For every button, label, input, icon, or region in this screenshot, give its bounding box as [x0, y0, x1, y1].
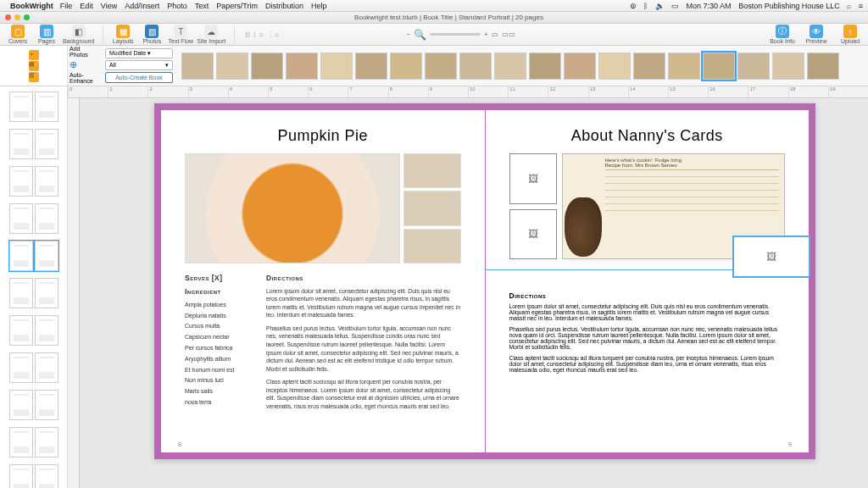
right-para-2[interactable]: Phasellus sed purus lectus. Vestibulum t…	[509, 326, 786, 350]
menu-add-insert[interactable]: Add/Insert	[125, 2, 159, 10]
photo-thumb[interactable]	[459, 53, 492, 80]
book-info-button[interactable]: ⓘBook Info	[770, 25, 795, 44]
ingredient-item[interactable]: Maris salis	[185, 387, 253, 396]
align-icon[interactable]: ≡	[259, 30, 264, 39]
photo-thumb[interactable]	[529, 53, 561, 80]
photo-thumb[interactable]	[598, 53, 631, 80]
menu-view[interactable]: View	[101, 2, 117, 10]
selected-image-slot[interactable]: 🖼	[732, 236, 810, 278]
menu-text[interactable]: Text	[195, 2, 209, 10]
menu-help[interactable]: Help	[311, 2, 327, 10]
fit-page-icon[interactable]: ▭	[492, 30, 498, 38]
ingredient-item[interactable]: Aryophyllis allium	[185, 355, 253, 363]
photo-thumb[interactable]	[703, 53, 735, 80]
filter-select[interactable]: All▾	[105, 60, 173, 70]
ingredient-item[interactable]: nova terra	[185, 398, 253, 407]
photo-strip[interactable]	[176, 46, 868, 86]
side-photo-2[interactable]	[403, 191, 461, 225]
directions-heading-right[interactable]: Directions	[509, 291, 786, 300]
app-name[interactable]: BookWright	[10, 2, 53, 10]
page-thumb[interactable]	[3, 315, 64, 346]
italic-icon[interactable]: I	[253, 30, 256, 39]
page-thumb[interactable]	[3, 427, 64, 458]
add-page-button[interactable]: ＋	[29, 50, 39, 60]
menu-file[interactable]: File	[60, 2, 73, 10]
notifications-icon[interactable]: ≡	[859, 2, 863, 10]
menu-edit[interactable]: Edit	[80, 2, 93, 10]
preview-button[interactable]: 👁Preview	[804, 25, 829, 44]
bluetooth-icon[interactable]: ᛒ	[643, 2, 648, 10]
directions-para-1[interactable]: Lorem ipsum dolor sit amet, consectetur …	[266, 287, 461, 319]
photo-thumb[interactable]	[320, 53, 353, 80]
image-slot-2[interactable]: 🖼	[509, 209, 557, 260]
photo-thumb[interactable]	[390, 53, 422, 80]
ingredient-item[interactable]: Non minus luci	[185, 376, 253, 385]
text-flow-button[interactable]: TText Flow	[168, 25, 193, 44]
right-para-1[interactable]: Lorem ipsum dolor sit amet, consectetur …	[509, 303, 786, 321]
page-thumb[interactable]	[3, 390, 64, 420]
fit-spread-icon[interactable]: ▭▭	[502, 30, 515, 38]
zoom-control[interactable]: −🔍+ ▭ ▭▭	[406, 29, 515, 41]
ingredient-item[interactable]: Per cursos fabrica	[185, 344, 253, 352]
pumpkin-pie-photo[interactable]	[185, 153, 400, 263]
wifi-icon[interactable]: ⊚	[630, 2, 637, 10]
photo-thumb[interactable]	[251, 53, 283, 80]
pages-button[interactable]: ▥Pages	[34, 25, 59, 44]
photo-thumb[interactable]	[633, 53, 665, 80]
photo-thumb[interactable]	[425, 53, 457, 80]
menu-papers-trim[interactable]: Papers/Trim	[216, 2, 258, 10]
page-thumb[interactable]	[3, 203, 64, 234]
photo-thumb[interactable]	[494, 53, 526, 80]
photos-button[interactable]: ▧Photos	[139, 25, 164, 44]
auto-create-book-button[interactable]: Auto-Create Book	[105, 72, 173, 83]
covers-button[interactable]: ▢Covers	[5, 25, 31, 44]
photo-thumb[interactable]	[216, 53, 248, 80]
left-page-title[interactable]: Pumpkin Pie	[185, 127, 461, 145]
clock[interactable]: Mon 7:30 AM	[687, 2, 732, 10]
page-thumbnails[interactable]	[0, 86, 68, 488]
page-spread[interactable]: Pumpkin Pie Serves [X] Ingredient	[154, 103, 815, 459]
page-thumb[interactable]	[3, 241, 64, 271]
side-photo-3[interactable]	[403, 229, 461, 263]
background-button[interactable]: ◧Background	[63, 25, 94, 44]
layouts-button[interactable]: ▦Layouts	[110, 25, 136, 44]
photo-thumb[interactable]	[564, 53, 596, 80]
photo-thumb[interactable]	[807, 53, 839, 80]
layout-toggle-1[interactable]: ▤	[29, 61, 39, 71]
page-thumb[interactable]	[3, 464, 64, 488]
page-thumb[interactable]	[3, 352, 64, 383]
directions-para-2[interactable]: Phasellus sed purus lectus. Vestibulum t…	[266, 324, 461, 373]
page-thumb[interactable]	[3, 92, 64, 122]
page-thumb[interactable]	[3, 166, 64, 197]
ingredient-item[interactable]: Ampla potatoes	[185, 301, 253, 309]
right-page-title[interactable]: About Nanny's Cards	[509, 127, 786, 145]
bold-icon[interactable]: B	[245, 30, 250, 39]
photo-thumb[interactable]	[355, 53, 387, 80]
site-import-button[interactable]: ☁Site Import	[197, 25, 225, 44]
zoom-window-button[interactable]	[24, 14, 30, 20]
directions-heading-left[interactable]: Directions	[266, 274, 461, 284]
photo-thumb[interactable]	[772, 53, 804, 80]
spotlight-icon[interactable]: ⌕	[847, 2, 851, 10]
left-page[interactable]: Pumpkin Pie Serves [X] Ingredient	[161, 110, 485, 452]
photo-thumb[interactable]	[181, 53, 214, 80]
sort-select[interactable]: Modified Date ▾	[105, 48, 173, 58]
page-thumb[interactable]	[3, 278, 64, 308]
ingredient-heading[interactable]: Ingredient	[185, 287, 253, 297]
canvas-area[interactable]: 012345678910111213141516171819 Pumpkin P…	[68, 86, 868, 488]
serves-heading[interactable]: Serves [X]	[185, 274, 253, 284]
photo-thumb[interactable]	[737, 53, 770, 80]
ingredient-item[interactable]: Capsicum nectar	[185, 333, 253, 341]
list-icon[interactable]: ⋮≡	[267, 30, 279, 39]
volume-icon[interactable]: 🔈	[655, 2, 665, 10]
layout-toggle-2[interactable]: ▥	[29, 72, 39, 82]
directions-para-3[interactable]: Class aptent taciti sociosqu ad litora t…	[266, 378, 461, 410]
page-thumb[interactable]	[3, 129, 64, 159]
image-slot-1[interactable]: 🖼	[509, 153, 557, 204]
close-window-button[interactable]	[5, 14, 11, 20]
add-photos-plus[interactable]: ⊕	[70, 59, 100, 70]
side-photo-1[interactable]	[403, 153, 461, 188]
photo-thumb[interactable]	[286, 53, 318, 80]
ingredient-item[interactable]: Et bonum nomi est	[185, 366, 253, 374]
ingredient-item[interactable]: Depluria natatis	[185, 312, 253, 320]
